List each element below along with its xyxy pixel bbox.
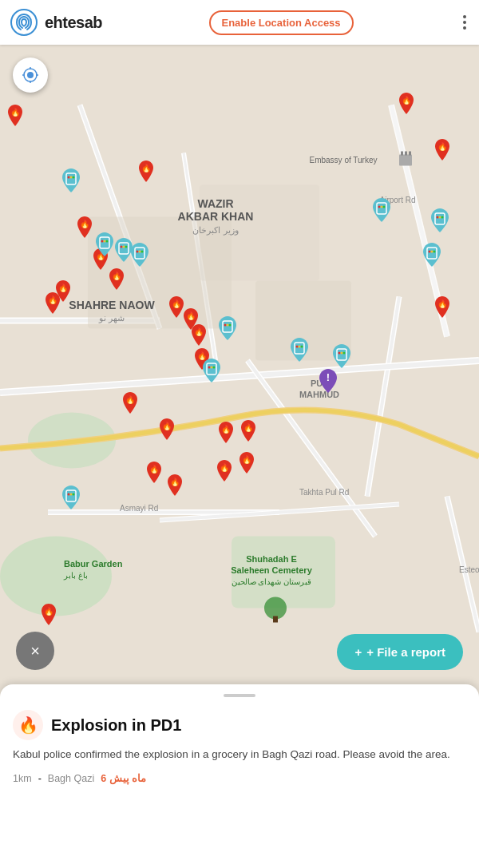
svg-point-108 <box>381 206 383 208</box>
map-background: WAZIR AKBAR KHAN وزیر اکبرخان SHAHRE NAO… <box>0 45 479 708</box>
svg-text:🔥: 🔥 <box>242 454 252 465</box>
svg-point-88 <box>139 251 141 253</box>
svg-point-105 <box>343 352 346 355</box>
svg-text:Saleheen Cemetery: Saleheen Cemetery <box>231 565 312 575</box>
svg-text:🔥: 🔥 <box>44 606 54 616</box>
svg-text:Esteola...: Esteola... <box>459 565 479 574</box>
report-type-icon: 🔥 <box>13 710 43 740</box>
svg-point-77 <box>73 176 75 179</box>
red-marker[interactable]: 🔥 <box>433 296 451 321</box>
svg-text:🔥: 🔥 <box>220 462 230 473</box>
teal-marker[interactable] <box>61 486 81 513</box>
red-marker[interactable]: 🔥 <box>145 462 163 486</box>
svg-point-116 <box>431 251 433 253</box>
red-marker[interactable]: 🔥 <box>40 604 57 628</box>
report-description: Kabul police confirmed the explosion in … <box>13 747 466 763</box>
svg-text:🔥: 🔥 <box>80 219 90 229</box>
svg-point-104 <box>341 352 343 355</box>
plus-icon: + <box>354 645 362 659</box>
red-marker[interactable]: 🔥 <box>121 392 139 417</box>
svg-text:باغ بابر: باغ بابر <box>63 571 88 581</box>
svg-point-101 <box>301 346 303 348</box>
svg-point-83 <box>121 246 123 248</box>
teal-marker[interactable] <box>371 198 392 225</box>
svg-text:🔥: 🔥 <box>170 477 180 487</box>
red-marker[interactable]: 🔥 <box>158 418 176 443</box>
logo-area: ehtesab <box>10 8 102 37</box>
teal-marker[interactable] <box>430 208 450 236</box>
red-marker[interactable]: 🔥 <box>217 422 235 446</box>
red-marker[interactable]: 🔥 <box>398 93 415 117</box>
red-marker[interactable]: 🔥 <box>6 105 24 129</box>
svg-text:🔥: 🔥 <box>221 424 232 434</box>
svg-text:🔥: 🔥 <box>437 299 448 309</box>
svg-rect-48 <box>401 152 403 156</box>
svg-point-112 <box>439 216 441 219</box>
svg-text:!: ! <box>327 371 330 383</box>
teal-marker[interactable] <box>331 344 352 371</box>
my-location-button[interactable] <box>13 57 48 93</box>
svg-rect-49 <box>405 152 407 156</box>
close-button[interactable]: × <box>16 632 54 670</box>
red-marker[interactable]: 🔥 <box>137 161 155 185</box>
teal-marker[interactable] <box>94 232 115 260</box>
svg-point-84 <box>123 246 125 248</box>
bottom-panel: 🔥 Explosion in PD1 Kabul police confirme… <box>0 684 479 868</box>
svg-point-81 <box>106 240 109 243</box>
report-header: 🔥 Explosion in PD1 <box>13 710 466 740</box>
report-title: Explosion in PD1 <box>51 716 181 735</box>
svg-point-120 <box>70 493 73 496</box>
teal-marker[interactable] <box>289 338 310 365</box>
red-marker[interactable]: 🔥 <box>44 292 61 317</box>
teal-marker[interactable] <box>129 243 150 270</box>
red-marker[interactable]: 🔥 <box>238 452 255 477</box>
svg-rect-50 <box>409 152 411 156</box>
svg-point-109 <box>383 206 386 208</box>
svg-text:🔥: 🔥 <box>243 422 254 433</box>
svg-text:WAZIR: WAZIR <box>197 197 233 210</box>
svg-point-85 <box>125 246 128 248</box>
red-marker[interactable]: 🔥 <box>108 268 125 293</box>
svg-text:🔥: 🔥 <box>10 107 21 117</box>
red-marker[interactable]: 🔥 <box>76 216 93 241</box>
svg-text:Shuhadah E: Shuhadah E <box>246 554 297 564</box>
svg-text:Embassy of Turkey: Embassy of Turkey <box>309 156 377 164</box>
svg-point-75 <box>68 176 70 179</box>
svg-text:🔥: 🔥 <box>112 271 122 281</box>
svg-text:🔥: 🔥 <box>437 141 448 152</box>
map-container[interactable]: WAZIR AKBAR KHAN وزیر اکبرخان SHAHRE NAO… <box>0 45 479 708</box>
enable-location-button[interactable]: Enable Location Access <box>209 10 354 35</box>
svg-text:🔥: 🔥 <box>141 163 152 173</box>
red-marker[interactable]: 🔥 <box>240 420 257 445</box>
svg-rect-46 <box>273 616 278 623</box>
red-marker[interactable]: 🔥 <box>166 474 184 499</box>
svg-point-79 <box>101 240 104 243</box>
red-marker[interactable]: 🔥 <box>216 460 233 485</box>
svg-text:🔥: 🔥 <box>149 464 160 474</box>
red-marker[interactable]: 🔥 <box>433 139 451 164</box>
svg-point-123 <box>27 72 34 78</box>
teal-marker[interactable] <box>61 168 81 196</box>
teal-marker[interactable] <box>217 316 238 343</box>
file-report-button[interactable]: + + File a report <box>337 634 463 670</box>
svg-point-113 <box>441 216 444 219</box>
teal-marker[interactable] <box>422 243 442 270</box>
more-options-icon[interactable] <box>460 12 469 33</box>
drag-handle[interactable] <box>224 694 255 697</box>
svg-text:شهر نو: شهر نو <box>98 313 125 323</box>
red-marker[interactable]: 🔥 <box>190 324 208 349</box>
svg-point-45 <box>264 597 287 620</box>
purple-marker[interactable]: ! <box>318 369 338 396</box>
report-card: 🔥 Explosion in PD1 Kabul police confirme… <box>13 710 466 784</box>
svg-text:AKBAR KHAN: AKBAR KHAN <box>178 210 254 223</box>
teal-marker[interactable] <box>201 359 222 386</box>
svg-point-0 <box>11 10 37 35</box>
svg-point-92 <box>227 324 229 327</box>
svg-point-76 <box>70 176 73 179</box>
svg-point-119 <box>68 493 70 496</box>
svg-point-103 <box>338 352 341 355</box>
svg-point-117 <box>433 251 436 253</box>
svg-text:SHAHRE NAOW: SHAHRE NAOW <box>69 299 155 311</box>
report-distance: 1km <box>13 773 32 784</box>
svg-point-111 <box>437 216 439 219</box>
